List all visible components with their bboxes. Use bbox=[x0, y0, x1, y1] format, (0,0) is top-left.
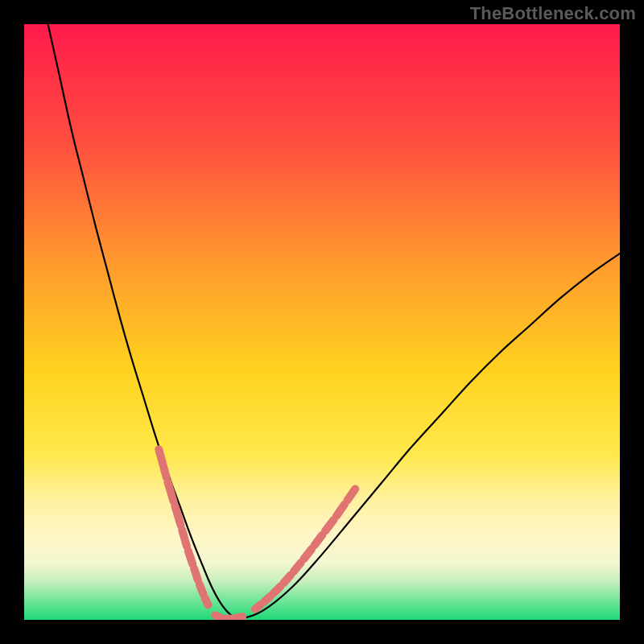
marker-segment bbox=[188, 551, 193, 564]
marker-segment bbox=[200, 584, 203, 593]
marker-segment bbox=[175, 506, 180, 526]
marker-segment bbox=[283, 576, 291, 584]
marker-segment bbox=[255, 605, 261, 609]
marker-segment bbox=[274, 586, 280, 592]
watermark-text: TheBottleneck.com bbox=[470, 3, 636, 24]
bottleneck-chart bbox=[24, 24, 620, 620]
marker-segment bbox=[215, 615, 221, 617]
marker-segment bbox=[264, 597, 270, 602]
marker-segment bbox=[194, 568, 198, 580]
marker-segment bbox=[235, 617, 242, 618]
marker-segment bbox=[167, 482, 173, 502]
chart-frame: TheBottleneck.com bbox=[0, 0, 644, 644]
marker-segment bbox=[205, 598, 208, 605]
marker-segment bbox=[182, 530, 187, 546]
plot-area bbox=[24, 24, 620, 620]
marker-segment bbox=[294, 563, 301, 572]
